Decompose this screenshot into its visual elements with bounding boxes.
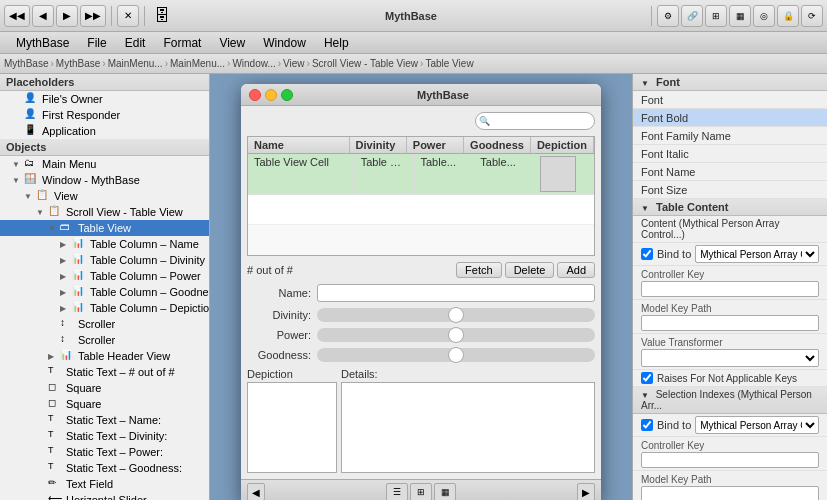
sidebar-item-static-goodness[interactable]: T Static Text – Goodness: <box>0 460 209 476</box>
scroller2-icon: ↕ <box>60 333 76 347</box>
raises-checkbox[interactable] <box>641 372 653 384</box>
depiction-label: Depiction <box>247 368 337 380</box>
toolbar-extra-btn[interactable]: ⚙ <box>657 5 679 27</box>
font-section[interactable]: ▼ Font <box>633 74 827 91</box>
model-key-path2-label: Model Key Path <box>641 474 712 485</box>
font-name-row: Font Name <box>633 163 827 181</box>
table-row-0[interactable]: Table View Cell Table Vi... Table... Tab… <box>248 154 594 195</box>
sidebar-item-slider1[interactable]: ⟵ Horizontal Slider <box>0 492 209 500</box>
selection-section[interactable]: ▼ Selection Indexes (Mythical Person Arr… <box>633 387 827 414</box>
breadcrumb-5[interactable]: Window... <box>232 58 275 69</box>
details-panel[interactable] <box>341 382 595 473</box>
breadcrumb-8[interactable]: Table View <box>425 58 473 69</box>
forward-btn[interactable]: ▶ <box>56 5 78 27</box>
controller-key-input[interactable]: arrangedObjects <box>641 281 819 297</box>
toolbar-title: MythBase <box>176 10 646 22</box>
sidebar-item-square1[interactable]: ◻ Square <box>0 380 209 396</box>
sidebar-item-col-divinity[interactable]: ▶ 📊 Table Column – Divinity <box>0 252 209 268</box>
view-list-btn[interactable]: ☰ <box>386 483 408 500</box>
sidebar-item-col-depiction[interactable]: ▶ 📊 Table Column – Depiction <box>0 300 209 316</box>
col-header-depiction[interactable]: Depiction <box>531 137 594 153</box>
sidebar-item-scroller2[interactable]: ↕ Scroller <box>0 332 209 348</box>
menu-view[interactable]: View <box>211 34 253 52</box>
sidebar-item-col-goodness[interactable]: ▶ 📊 Table Column – Goodness <box>0 284 209 300</box>
sidebar-item-static-divinity[interactable]: T Static Text – Divinity: <box>0 428 209 444</box>
empty-row-1 <box>248 195 594 225</box>
view-grid-btn[interactable]: ⊞ <box>410 483 432 500</box>
nav-left-btn[interactable]: ◀ <box>247 483 265 500</box>
divinity-slider[interactable] <box>317 308 595 322</box>
toolbar-extra-btn-7[interactable]: ⟳ <box>801 5 823 27</box>
sidebar-item-0[interactable]: ▼ 🗂 Main Menu <box>0 156 209 172</box>
menu-file[interactable]: File <box>79 34 114 52</box>
window-zoom-btn[interactable] <box>281 89 293 101</box>
font-italic-row: Font Italic <box>633 145 827 163</box>
sidebar-item-1[interactable]: ▼ 🪟 Window - MythBase <box>0 172 209 188</box>
col-header-divinity[interactable]: Divinity <box>350 137 407 153</box>
sidebar-item-table-header[interactable]: ▶ 📊 Table Header View <box>0 348 209 364</box>
menu-help[interactable]: Help <box>316 34 357 52</box>
toolbar-extra-btn-4[interactable]: ▦ <box>729 5 751 27</box>
bind2-checkbox[interactable] <box>641 419 653 431</box>
cell-name-0: Table View Cell <box>248 154 355 194</box>
sidebar-item-application[interactable]: 📱 Application <box>0 123 209 139</box>
add-btn[interactable]: Add <box>557 262 595 278</box>
bind-check-label: Bind to <box>657 248 691 260</box>
model-key-path-input[interactable] <box>641 315 819 331</box>
sidebar-item-scroller1[interactable]: ↕ Scroller <box>0 316 209 332</box>
view-col-btn[interactable]: ▦ <box>434 483 456 500</box>
name-field[interactable] <box>317 284 595 302</box>
breadcrumb-6[interactable]: View <box>283 58 305 69</box>
back-btn[interactable]: ◀ <box>32 5 54 27</box>
sidebar-item-2[interactable]: ▼ 📋 View <box>0 188 209 204</box>
value-transformer-select[interactable] <box>641 349 819 367</box>
window-minimize-btn[interactable] <box>265 89 277 101</box>
sidebar-item-col-name[interactable]: ▶ 📊 Table Column – Name <box>0 236 209 252</box>
sidebar-item-static-name[interactable]: T Static Text – Name: <box>0 412 209 428</box>
goodness-row: Goodness: <box>247 348 595 362</box>
back-back-btn[interactable]: ◀◀ <box>4 5 30 27</box>
delete-btn[interactable]: Delete <box>505 262 555 278</box>
goodness-slider[interactable] <box>317 348 595 362</box>
bind-checkbox[interactable] <box>641 248 653 260</box>
menu-window[interactable]: Window <box>255 34 314 52</box>
menu-mythbase[interactable]: MythBase <box>8 34 77 52</box>
breadcrumb-2[interactable]: MythBase <box>56 58 100 69</box>
window-close-btn[interactable] <box>249 89 261 101</box>
bind-to-select[interactable]: Mythical Person Array Cont... <box>695 245 819 263</box>
controller-key2-input[interactable]: selectionIndexes <box>641 452 819 468</box>
breadcrumb-1[interactable]: MythBase <box>4 58 48 69</box>
search-input[interactable] <box>475 112 595 130</box>
forward-forward-btn[interactable]: ▶▶ <box>80 5 106 27</box>
menu-edit[interactable]: Edit <box>117 34 154 52</box>
sidebar-item-col-power[interactable]: ▶ 📊 Table Column – Power <box>0 268 209 284</box>
breadcrumb-4[interactable]: MainMenu... <box>170 58 225 69</box>
nav-right-btn[interactable]: ▶ <box>577 483 595 500</box>
table-content-section[interactable]: ▼ Table Content <box>633 199 827 216</box>
depiction-panel[interactable] <box>247 382 337 473</box>
power-slider[interactable] <box>317 328 595 342</box>
col-header-goodness[interactable]: Goodness <box>464 137 531 153</box>
sidebar-item-first-responder[interactable]: 👤 First Responder <box>0 107 209 123</box>
close-toolbar-btn[interactable]: ✕ <box>117 5 139 27</box>
sidebar-item-files-owner[interactable]: 👤 File's Owner <box>0 91 209 107</box>
fetch-btn[interactable]: Fetch <box>456 262 502 278</box>
model-key-path2-input[interactable] <box>641 486 819 500</box>
toolbar-extra-btn-3[interactable]: ⊞ <box>705 5 727 27</box>
col-header-name[interactable]: Name <box>248 137 350 153</box>
toolbar-extra-btn-2[interactable]: 🔗 <box>681 5 703 27</box>
search-bar <box>247 112 595 130</box>
breadcrumb-3[interactable]: MainMenu... <box>108 58 163 69</box>
col-header-power[interactable]: Power <box>407 137 464 153</box>
sidebar-item-tableview[interactable]: ▼ 🗃 Table View <box>0 220 209 236</box>
toolbar-extra-btn-5[interactable]: ◎ <box>753 5 775 27</box>
sidebar-item-static-count[interactable]: T Static Text – # out of # <box>0 364 209 380</box>
sidebar-item-square2[interactable]: ◻ Square <box>0 396 209 412</box>
breadcrumb-7[interactable]: Scroll View - Table View <box>312 58 418 69</box>
sidebar-item-textfield[interactable]: ✏ Text Field <box>0 476 209 492</box>
toolbar-extra-btn-6[interactable]: 🔒 <box>777 5 799 27</box>
sidebar-item-static-power[interactable]: T Static Text – Power: <box>0 444 209 460</box>
bind2-select[interactable]: Mythical Person Array Cont... <box>695 416 819 434</box>
sidebar-item-3[interactable]: ▼ 📋 Scroll View - Table View <box>0 204 209 220</box>
menu-format[interactable]: Format <box>155 34 209 52</box>
